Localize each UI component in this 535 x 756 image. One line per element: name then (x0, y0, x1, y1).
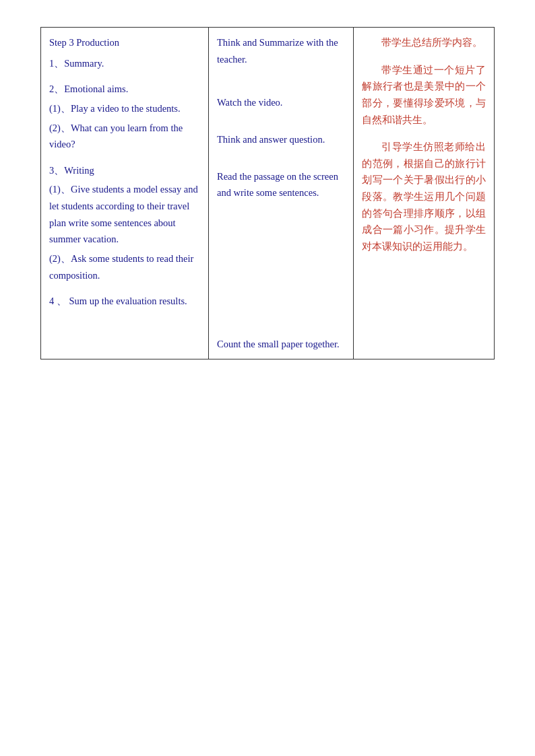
item-2: 2、Emotional aims. (49, 81, 200, 98)
item-2-1: (1)、Play a video to the students. (49, 100, 200, 117)
col2-content: Think and Summarize with the teacher. Wa… (217, 34, 345, 352)
item-2-2: (2)、What can you learn from the video? (49, 120, 200, 153)
main-table-container: Step 3 Production 1、Summary. 2、Emotional… (40, 27, 495, 359)
col1-content: Step 3 Production 1、Summary. 2、Emotional… (49, 34, 200, 310)
activity-2: Watch the video. (217, 94, 345, 111)
item-3-2: (2)、Ask some students to read their comp… (49, 250, 200, 283)
lesson-table: Step 3 Production 1、Summary. 2、Emotional… (40, 27, 495, 359)
activity-3: Think and answer question. (217, 131, 345, 148)
table-row: Step 3 Production 1、Summary. 2、Emotional… (41, 28, 495, 359)
activity-1: Think and Summarize with the teacher. (217, 34, 345, 67)
col3-cell: 带学生总结所学内容。 带学生通过一个短片了解旅行者也是美景中的一个部分，要懂得珍… (354, 28, 495, 359)
col1-cell: Step 3 Production 1、Summary. 2、Emotional… (41, 28, 209, 359)
step-title: Step 3 Production (49, 34, 200, 51)
note-2: 带学生通过一个短片了解旅行者也是美景中的一个部分，要懂得珍爱环境，与自然和谐共生… (362, 62, 486, 129)
col3-content: 带学生总结所学内容。 带学生通过一个短片了解旅行者也是美景中的一个部分，要懂得珍… (362, 34, 486, 255)
item-1: 1、Summary. (49, 55, 200, 72)
col2-cell: Think and Summarize with the teacher. Wa… (209, 28, 354, 359)
activity-5: Count the small paper together. (217, 336, 345, 353)
note-3: 引导学生仿照老师给出的范例，根据自己的旅行计划写一个关于暑假出行的小段落。教学生… (362, 139, 486, 254)
note-1: 带学生总结所学内容。 (362, 34, 486, 51)
item-3: 3、Writing (49, 162, 200, 179)
item-3-1: (1)、Give students a model essay and let … (49, 181, 200, 248)
item-4: 4 、 Sum up the evaluation results. (49, 293, 200, 310)
activity-4: Read the passage on the screen and write… (217, 168, 345, 201)
